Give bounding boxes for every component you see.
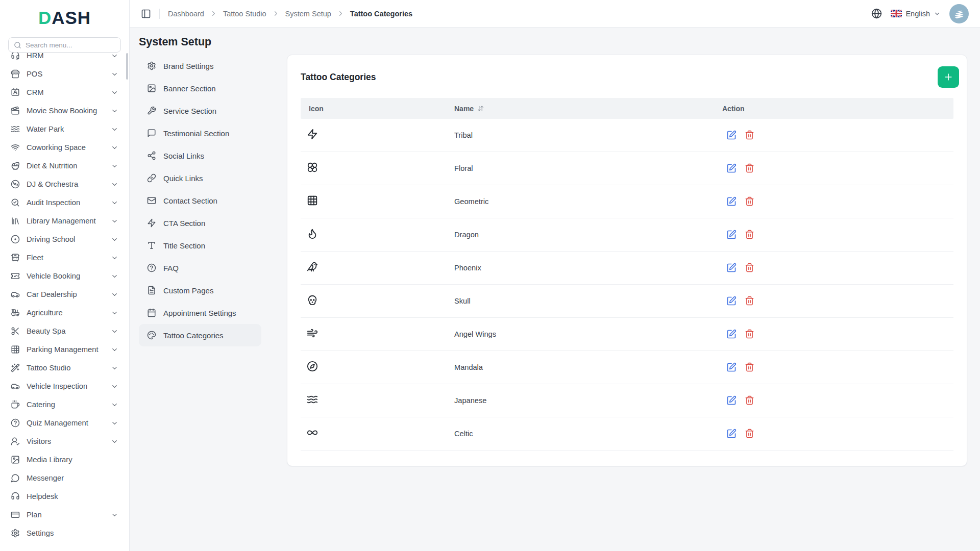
edit-button[interactable] (726, 196, 737, 207)
user-avatar[interactable] (949, 4, 969, 23)
edit-pencil-icon (726, 130, 737, 140)
settings-nav-label: Service Section (163, 107, 216, 115)
chevron-down-icon (111, 291, 118, 298)
delete-button[interactable] (744, 130, 754, 140)
sidebar-item-agriculture[interactable]: Agriculture (7, 304, 122, 322)
sidebar-item-car-dealership[interactable]: Car Dealership (7, 285, 122, 304)
settings-nav-label: Title Section (163, 241, 205, 250)
settings-nav-item-cta-section[interactable]: CTA Section (139, 212, 261, 234)
chevron-right-icon (210, 10, 217, 17)
settings-nav-item-brand-settings[interactable]: Brand Settings (139, 55, 261, 77)
delete-button[interactable] (744, 395, 754, 406)
sidebar-item-vehicle-inspection[interactable]: Vehicle Inspection (7, 377, 122, 395)
sidebar-item-crm[interactable]: CRM (7, 83, 122, 102)
sidebar-search (8, 37, 121, 53)
breadcrumb-item-dashboard[interactable]: Dashboard (168, 10, 204, 18)
sidebar-item-catering[interactable]: Catering (7, 395, 122, 414)
sidebar-menu-list: HRMPOSCRMMovie Show BookingWater ParkCow… (7, 53, 122, 542)
add-category-button[interactable] (938, 66, 959, 88)
settings-nav-item-banner-section[interactable]: Banner Section (139, 77, 261, 99)
globe-button[interactable] (871, 8, 882, 19)
edit-button[interactable] (726, 362, 737, 372)
edit-button[interactable] (726, 130, 737, 140)
settings-nav-item-title-section[interactable]: Title Section (139, 234, 261, 257)
delete-button[interactable] (744, 362, 754, 372)
sidebar-item-beauty-spa[interactable]: Beauty Spa (7, 322, 122, 340)
sidebar-item-library-management[interactable]: Library Management (7, 212, 122, 230)
column-header-name[interactable]: Name (454, 105, 722, 113)
settings-nav-item-testimonial-section[interactable]: Testimonial Section (139, 122, 261, 144)
chevron-down-icon (111, 217, 118, 225)
edit-button[interactable] (726, 429, 737, 439)
edit-button[interactable] (726, 329, 737, 339)
sidebar-item-media-library[interactable]: Media Library (7, 450, 122, 469)
brand-logo[interactable]: DASH (0, 0, 129, 31)
sidebar-item-label: Library Management (27, 217, 96, 225)
sidebar-item-parking-management[interactable]: Parking Management (7, 340, 122, 359)
delete-button[interactable] (744, 230, 754, 240)
edit-button[interactable] (726, 230, 737, 240)
sidebar-item-settings[interactable]: Settings (7, 524, 122, 542)
edit-button[interactable] (726, 263, 737, 273)
sidebar-item-driving-school[interactable]: Driving School (7, 230, 122, 248)
sidebar-item-audit-inspection[interactable]: Audit Inspection (7, 193, 122, 212)
sidebar-item-quiz-management[interactable]: Quiz Management (7, 414, 122, 432)
language-selector[interactable]: English (891, 10, 941, 18)
settings-nav-item-social-links[interactable]: Social Links (139, 144, 261, 167)
settings-nav-item-quick-links[interactable]: Quick Links (139, 167, 261, 189)
settings-nav-item-tattoo-categories[interactable]: Tattoo Categories (139, 324, 261, 346)
search-input[interactable] (26, 41, 116, 49)
sidebar-item-movie-show-booking[interactable]: Movie Show Booking (7, 102, 122, 120)
settings-nav-item-appointment-settings[interactable]: Appointment Settings (139, 302, 261, 324)
sidebar-item-hrm[interactable]: HRM (7, 53, 122, 65)
delete-button[interactable] (744, 296, 754, 306)
sidebar-toggle-button[interactable] (141, 9, 151, 19)
sidebar-item-vehicle-booking[interactable]: Vehicle Booking (7, 267, 122, 285)
sidebar-item-label: Tattoo Studio (27, 364, 70, 372)
uk-flag-icon (891, 10, 902, 17)
clapperboard-icon (11, 106, 20, 115)
breadcrumb-item-tattoo-studio[interactable]: Tattoo Studio (223, 10, 266, 18)
category-icon-cell (301, 361, 454, 374)
chevron-down-icon (111, 383, 118, 390)
sidebar-item-fleet[interactable]: Fleet (7, 248, 122, 267)
sidebar-item-label: Movie Show Booking (27, 107, 97, 115)
settings-nav-item-contact-section[interactable]: Contact Section (139, 189, 261, 212)
sidebar-scrollbar[interactable] (126, 53, 128, 80)
settings-nav-item-service-section[interactable]: Service Section (139, 99, 261, 122)
edit-button[interactable] (726, 296, 737, 306)
settings-nav-label: Tattoo Categories (163, 331, 224, 340)
sidebar-item-water-park[interactable]: Water Park (7, 120, 122, 138)
sidebar-item-plan[interactable]: Plan (7, 506, 122, 524)
sidebar-item-label: Coworking Space (27, 143, 86, 152)
edit-pencil-icon (726, 296, 737, 306)
sidebar-item-dj-orchestra[interactable]: DJ & Orchestra (7, 175, 122, 193)
categories-table: Icon Name Action TribalFloralGeometricDr… (301, 98, 953, 450)
skull-icon (307, 294, 318, 306)
circle-dot-icon (11, 235, 20, 244)
chevron-down-icon (111, 419, 118, 427)
delete-button[interactable] (744, 429, 754, 439)
sidebar-item-visitors[interactable]: Visitors (7, 432, 122, 450)
settings-nav-label: CTA Section (163, 219, 205, 228)
sort-icon[interactable] (477, 105, 484, 112)
edit-button[interactable] (726, 163, 737, 173)
settings-nav-item-faq[interactable]: FAQ (139, 257, 261, 279)
edit-button[interactable] (726, 395, 737, 406)
sidebar-item-coworking-space[interactable]: Coworking Space (7, 138, 122, 157)
sidebar-item-tattoo-studio[interactable]: Tattoo Studio (7, 359, 122, 377)
sidebar-item-helpdesk[interactable]: Helpdesk (7, 487, 122, 506)
delete-button[interactable] (744, 163, 754, 173)
breadcrumb-item-system-setup[interactable]: System Setup (285, 10, 331, 18)
sidebar-item-messenger[interactable]: Messenger (7, 469, 122, 487)
sidebar-item-pos[interactable]: POS (7, 65, 122, 83)
chevron-down-icon (111, 401, 118, 409)
sidebar-item-label: Plan (27, 511, 42, 519)
delete-button[interactable] (744, 196, 754, 207)
id-card-icon (11, 88, 20, 97)
delete-button[interactable] (744, 329, 754, 339)
settings-nav-item-custom-pages[interactable]: Custom Pages (139, 279, 261, 302)
sidebar-item-diet-nutrition[interactable]: Diet & Nutrition (7, 157, 122, 175)
settings-nav: Brand SettingsBanner SectionService Sect… (139, 55, 261, 346)
delete-button[interactable] (744, 263, 754, 273)
